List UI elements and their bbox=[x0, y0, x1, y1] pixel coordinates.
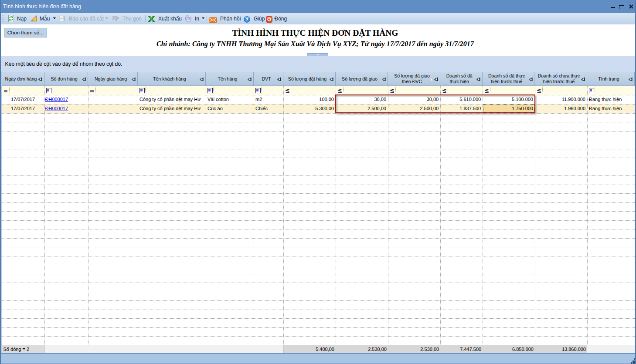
svg-text:?: ? bbox=[245, 17, 248, 22]
